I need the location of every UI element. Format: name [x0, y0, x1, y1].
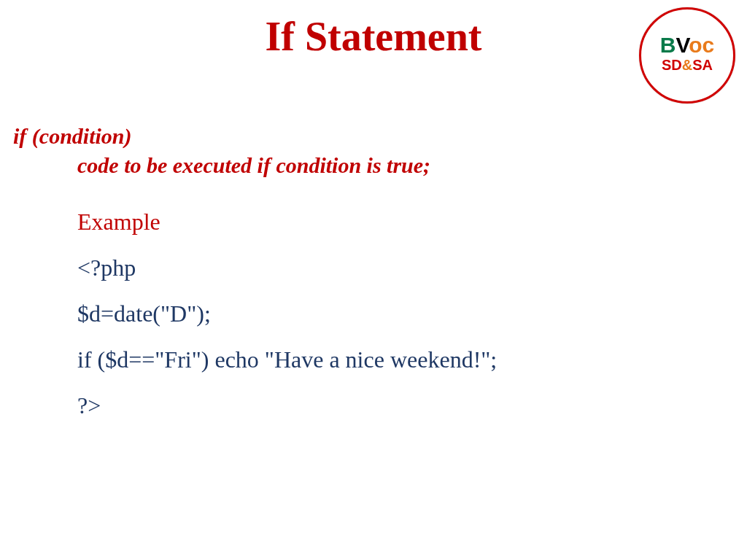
- code-line: if ($d=="Fri") echo "Have a nice weekend…: [77, 346, 734, 373]
- example-block: Example <?php $d=date("D"); if ($d=="Fri…: [77, 209, 734, 419]
- logo-sa: SA: [692, 57, 713, 73]
- syntax-line-2: code to be executed if condition is true…: [77, 153, 734, 178]
- logo-sd: SD: [662, 57, 682, 73]
- logo-letters-oc: oc: [689, 33, 714, 57]
- logo-amp: &: [682, 57, 692, 73]
- logo-letter-v: V: [676, 33, 689, 57]
- slide-title: If Statement: [0, 13, 747, 60]
- code-line: $d=date("D");: [77, 300, 734, 327]
- logo-letter-b: B: [660, 33, 676, 57]
- logo-circle: BVoc SD&SA: [639, 7, 735, 104]
- logo-top-text: BVoc: [660, 34, 714, 56]
- example-heading: Example: [77, 209, 734, 236]
- logo-sub-text: SD&SA: [660, 58, 714, 72]
- syntax-line-1: if (condition): [13, 124, 734, 149]
- code-line: <?php: [77, 254, 734, 281]
- code-line: ?>: [77, 392, 734, 419]
- logo: BVoc SD&SA: [639, 7, 734, 102]
- slide-content: if (condition) code to be executed if co…: [13, 124, 734, 438]
